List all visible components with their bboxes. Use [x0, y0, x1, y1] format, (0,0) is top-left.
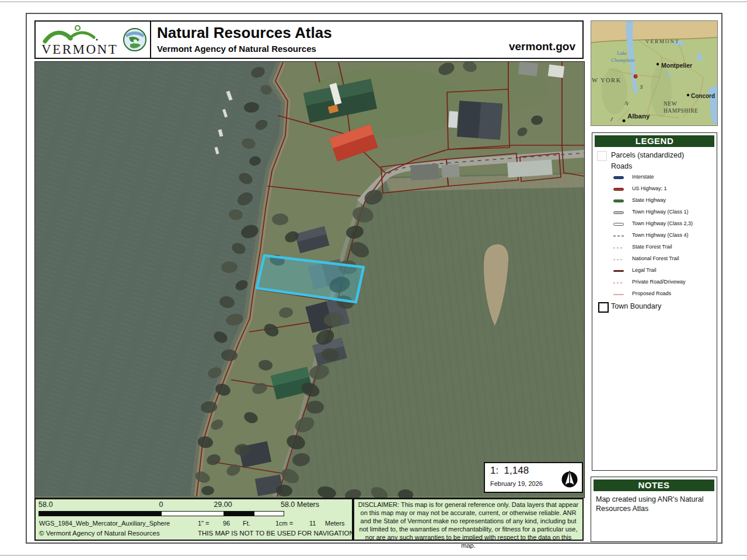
- legend-town-boundary-label: Town Boundary: [611, 302, 661, 310]
- legend-roads-label: Roads: [611, 162, 632, 170]
- copyright-label: © Vermont Agency of Natural Resources: [39, 530, 160, 537]
- scale-bar-panel: 58.0 0 29.00 58.0 Meters WGS_1984_Web_Me…: [34, 498, 353, 541]
- inset-newyork-label: W YORK: [592, 77, 622, 83]
- legend-road-item: Private Road/Driveway: [592, 276, 717, 288]
- legend-header: LEGEND: [595, 135, 714, 147]
- road-swatch-us-icon: [613, 188, 624, 191]
- legend-road-label: Legal Trail: [632, 267, 657, 273]
- locator-inset-map: VERMONT Lake Champlain Montpelier W YORK…: [591, 20, 718, 126]
- legend-road-item: Town Highway (Class 4): [592, 230, 717, 242]
- scale-label-zero: 0: [159, 501, 163, 509]
- notes-panel: NOTES Map created using ANR's Natural Re…: [591, 477, 717, 542]
- road-swatch-class1-icon: [613, 211, 624, 214]
- legend-road-item: State Forest Trail: [592, 242, 717, 253]
- page-title: Natural Resources Atlas: [157, 24, 332, 42]
- legend-road-item: Town Highway (Class 2,3): [592, 218, 717, 230]
- legend-road-label: Interstate: [632, 174, 654, 180]
- top-divider: [0, 1, 747, 2]
- map-scale-ratio: 1: 1,148: [490, 465, 529, 477]
- inset-montpelier-label: Montpelier: [661, 62, 692, 69]
- notes-header: NOTES: [594, 480, 714, 491]
- legend-road-items: InterstateUS Highway; 1State HighwayTown…: [592, 172, 717, 300]
- legend-road-label: Town Highway (Class 2,3): [632, 220, 693, 226]
- cm-scale-unit: Meters: [325, 520, 345, 527]
- scale-label-right: 58.0 Meters: [281, 501, 319, 509]
- map-print-page: VERMONT Natural Resources Atlas Vermont …: [26, 13, 722, 544]
- scale-date-box: 1: 1,148 February 19, 2026: [484, 462, 583, 493]
- map-viewport: 1: 1,148 February 19, 2026: [34, 61, 585, 498]
- scale-label-left: 58.0: [39, 501, 53, 509]
- legend-road-label: Proposed Roads: [632, 290, 671, 296]
- vermont-logo: VERMONT: [40, 24, 128, 57]
- inset-albany-label: Albany: [627, 113, 650, 120]
- inch-scale-value: 96: [223, 520, 230, 527]
- notes-body: Map created using ANR's Natural Resource…: [596, 495, 710, 513]
- projection-label: WGS_1984_Web_Mercator_Auxiliary_Sphere: [39, 520, 170, 527]
- inch-scale-unit: Ft.: [243, 520, 250, 527]
- road-swatch-legal-icon: [613, 270, 624, 272]
- disclaimer-text: DISCLAIMER: This map is for general refe…: [353, 498, 584, 541]
- cm-scale-label: 1cm =: [275, 520, 293, 527]
- legend-road-item: State Highway: [592, 195, 717, 206]
- legend-road-label: National Forest Trail: [632, 256, 679, 261]
- inset-lake-label-1: Lake: [616, 50, 627, 56]
- page-subtitle: Vermont Agency of Natural Resources: [157, 44, 316, 54]
- road-swatch-private-icon: [613, 282, 624, 284]
- legend-road-label: State Highway: [632, 197, 666, 203]
- inset-location-marker: [634, 75, 637, 78]
- inset-concord-label: Concord: [691, 93, 715, 99]
- legend-road-label: Town Highway (Class 1): [632, 209, 689, 215]
- anr-globe-icon: [122, 27, 148, 52]
- road-swatch-class23-icon: [613, 223, 624, 226]
- town-boundary-swatch-icon: [598, 302, 609, 313]
- map-date: February 19, 2026: [490, 480, 543, 487]
- legend-road-label: Private Road/Driveway: [632, 279, 686, 285]
- road-swatch-stateforest-icon: [613, 247, 624, 249]
- road-swatch-class4-icon: [613, 235, 624, 237]
- legend-parcels-label: Parcels (standardized): [611, 151, 684, 159]
- legend-road-item: Proposed Roads: [592, 288, 717, 300]
- scale-label-mid: 29.00: [214, 501, 232, 509]
- bottom-divider: [0, 555, 747, 556]
- legend-road-item: Town Highway (Class 1): [592, 206, 717, 218]
- road-swatch-state-icon: [613, 200, 624, 202]
- legend-road-item: Legal Trail: [592, 265, 717, 276]
- navigation-warning: THIS MAP IS NOT TO BE USED FOR NAVIGATIO…: [198, 530, 354, 537]
- road-swatch-interstate-icon: [613, 176, 624, 179]
- vermont-logo-text: VERMONT: [41, 42, 118, 57]
- inset-nh-label-2: HAMPSHIRE: [664, 108, 698, 114]
- legend-road-item: US Highway; 1: [592, 183, 717, 195]
- scale-bar: [39, 511, 284, 516]
- legend-panel: LEGEND Parcels (standardized) Roads Inte…: [592, 132, 717, 471]
- inch-scale-label: 1" =: [198, 520, 210, 527]
- inset-lake-label-2: Champlain: [611, 57, 635, 63]
- road-swatch-proposed-icon: [613, 294, 624, 295]
- legend-road-label: Town Highway (Class 4): [632, 232, 689, 238]
- header-divider: [150, 22, 151, 58]
- north-arrow-icon: [560, 468, 579, 488]
- legend-road-item: National Forest Trail: [592, 253, 717, 265]
- legend-road-label: State Forest Trail: [632, 244, 672, 250]
- inset-vermont-label: VERMONT: [645, 38, 680, 44]
- inset-nh-label-1: NEW: [664, 101, 677, 107]
- page-header: VERMONT Natural Resources Atlas Vermont …: [34, 20, 584, 59]
- cm-scale-value: 11: [309, 520, 316, 527]
- vermont-gov-link[interactable]: vermont.gov: [509, 40, 575, 53]
- aerial-map-image: [35, 62, 584, 498]
- parcels-swatch-icon: [597, 151, 607, 161]
- road-swatch-natforest-icon: [613, 259, 624, 260]
- legend-road-item: Interstate: [592, 172, 717, 183]
- legend-road-label: US Highway; 1: [632, 186, 667, 191]
